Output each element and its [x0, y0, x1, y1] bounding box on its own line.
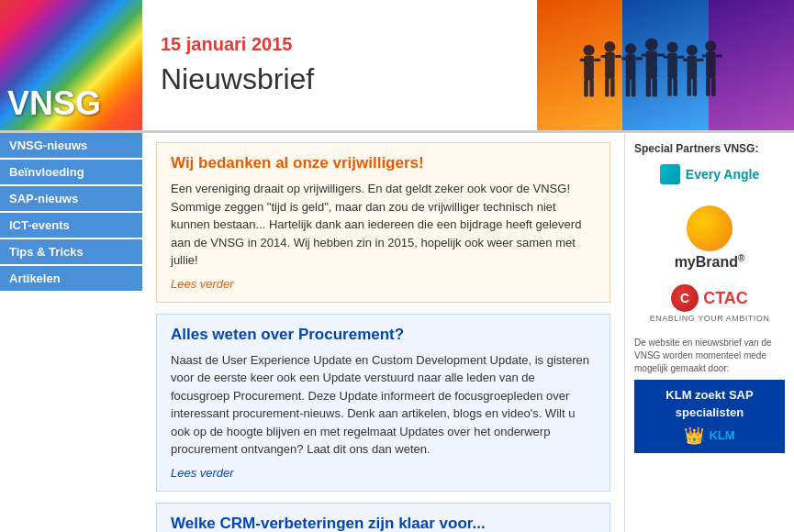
- sidebar-title: Special Partners VNSG:: [634, 142, 785, 155]
- header-image: [537, 0, 794, 130]
- svg-rect-20: [641, 54, 648, 57]
- ctac-logo-row: C CTAC: [671, 284, 748, 312]
- klm-banner[interactable]: KLM zoekt SAP specialisten 👑 KLM: [634, 380, 785, 452]
- sidebar-description: De website en nieuwsbrief van de VNSG wo…: [634, 337, 785, 375]
- sidebar-item-ict-events[interactable]: ICT-events: [0, 213, 142, 238]
- header: VNSG 15 januari 2015 Nieuwsbrief: [0, 0, 794, 133]
- svg-rect-35: [692, 79, 697, 96]
- ctac-name-text: CTAC: [703, 289, 748, 308]
- svg-rect-8: [600, 55, 608, 58]
- ctac-subtitle: ENABLING YOUR AMBITION: [650, 314, 769, 323]
- sidebar-item-beinvloeding[interactable]: Beïnvloeding: [0, 160, 142, 184]
- klm-name-text: KLM: [709, 428, 734, 442]
- article-title-1: Wij bedanken al onze vrijwilligers!: [171, 154, 596, 172]
- svg-rect-28: [667, 78, 672, 96]
- mybrand-text: myBrand®: [675, 253, 745, 271]
- svg-point-12: [625, 43, 636, 54]
- klm-crown-icon: 👑: [684, 426, 704, 446]
- header-logo: VNSG: [0, 0, 142, 130]
- svg-rect-27: [677, 56, 685, 59]
- sidebar-item-tips-tricks[interactable]: Tips & Tricks: [0, 239, 142, 264]
- ctac-logo: C CTAC ENABLING YOUR AMBITION: [650, 284, 769, 323]
- silhouettes: [537, 29, 794, 130]
- svg-rect-14: [621, 57, 629, 60]
- svg-point-36: [705, 40, 716, 51]
- svg-rect-10: [605, 78, 609, 96]
- svg-point-30: [686, 45, 697, 56]
- article-card-2: Alles weten over Procurement? Naast de U…: [156, 314, 610, 492]
- partner-mybrand: myBrand®: [634, 205, 785, 271]
- svg-rect-22: [645, 78, 650, 96]
- svg-rect-2: [579, 59, 587, 61]
- svg-rect-11: [610, 78, 615, 96]
- sidebar-partners: Special Partners VNSG: Every Angle myBra…: [624, 133, 794, 532]
- klm-logo: 👑 KLM: [643, 426, 776, 446]
- article-text-2: Naast de User Experience Update en Custo…: [171, 351, 596, 459]
- logo-text: VNSG: [7, 84, 101, 123]
- articles-content: Wij bedanken al onze vrijwilligers! Een …: [142, 133, 624, 532]
- left-nav: VNSG-nieuws Beïnvloeding SAP-nieuws ICT-…: [0, 133, 142, 532]
- body-wrapper: VNSG-nieuws Beïnvloeding SAP-nieuws ICT-…: [0, 133, 794, 532]
- mybrand-ball-icon: [687, 205, 732, 251]
- article-card-1: Wij bedanken al onze vrijwilligers! Een …: [156, 142, 610, 303]
- svg-rect-26: [663, 56, 670, 59]
- svg-point-24: [666, 42, 677, 53]
- article-read-more-1[interactable]: Lees verder: [171, 277, 234, 291]
- svg-rect-5: [589, 80, 594, 97]
- sidebar-item-artikelen[interactable]: Artikelen: [0, 266, 142, 291]
- svg-rect-4: [584, 80, 588, 97]
- svg-rect-29: [673, 78, 677, 96]
- article-text-1: Een vereniging draait op vrijwilligers. …: [171, 180, 596, 270]
- article-read-more-2[interactable]: Lees verder: [171, 466, 234, 480]
- header-center: 15 januari 2015 Nieuwsbrief: [142, 0, 537, 130]
- svg-rect-34: [687, 79, 691, 96]
- article-card-3: Welke CRM-verbeteringen zijn klaar voor.…: [156, 503, 610, 533]
- svg-rect-40: [706, 77, 710, 95]
- svg-rect-39: [715, 54, 722, 57]
- sidebar-item-vnsg-nieuws[interactable]: VNSG-nieuws: [0, 133, 142, 158]
- svg-rect-3: [594, 59, 601, 61]
- svg-rect-23: [652, 78, 656, 96]
- ctac-circle-icon: C: [671, 284, 699, 312]
- article-title-3: Welke CRM-verbeteringen zijn klaar voor.…: [171, 515, 596, 533]
- svg-point-0: [583, 45, 594, 56]
- header-title: Nieuwsbrief: [161, 62, 519, 96]
- every-angle-icon: [660, 164, 680, 184]
- svg-rect-32: [683, 59, 690, 61]
- right-content: Wij bedanken al onze vrijwilligers! Een …: [142, 133, 794, 532]
- svg-rect-41: [711, 77, 716, 95]
- svg-rect-33: [697, 59, 704, 61]
- svg-rect-17: [631, 79, 635, 97]
- svg-rect-16: [625, 79, 630, 97]
- every-angle-text: Every Angle: [686, 167, 759, 182]
- klm-banner-line1: KLM zoekt SAP specialisten: [643, 387, 776, 420]
- svg-point-18: [645, 39, 658, 51]
- partner-ctac: C CTAC ENABLING YOUR AMBITION: [634, 284, 785, 323]
- article-title-2: Alles weten over Procurement?: [171, 326, 596, 344]
- header-date: 15 januari 2015: [161, 34, 519, 55]
- svg-point-6: [604, 41, 615, 52]
- svg-rect-38: [701, 54, 709, 57]
- svg-rect-9: [614, 55, 621, 58]
- svg-rect-21: [657, 54, 665, 57]
- every-angle-logo: Every Angle: [660, 164, 759, 184]
- svg-rect-15: [635, 57, 643, 60]
- partner-every-angle: Every Angle: [634, 164, 785, 192]
- sidebar-item-sap-nieuws[interactable]: SAP-nieuws: [0, 186, 142, 211]
- mybrand-logo: myBrand®: [675, 205, 745, 271]
